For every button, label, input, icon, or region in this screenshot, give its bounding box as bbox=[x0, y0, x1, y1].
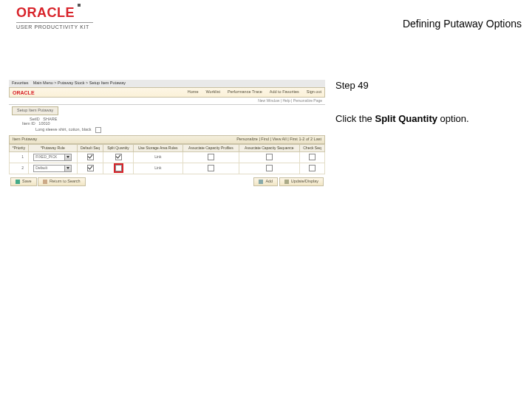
thumb-footer: Save Return to Search Add Update/Display bbox=[9, 177, 325, 186]
thumb-r1-assoc-cap-checkbox[interactable] bbox=[208, 154, 214, 160]
thumb-col-split-qty: Split Quantity bbox=[103, 144, 133, 151]
step-body-prefix: Click the bbox=[335, 113, 375, 124]
thumb-r2-assoc-seq-checkbox[interactable] bbox=[266, 165, 273, 171]
thumb-brand: ORACLE bbox=[13, 90, 35, 95]
thumb-r1-default-seq-checkbox[interactable] bbox=[87, 154, 94, 160]
thumb-col-check-seq: Check Seq bbox=[299, 144, 324, 151]
thumb-col-assoc-cap: Associate Capacity Profiles bbox=[183, 144, 239, 151]
thumb-link-home: Home bbox=[188, 90, 199, 95]
chevron-down-icon bbox=[64, 154, 71, 160]
thumb-update-button[interactable]: Update/Display bbox=[279, 177, 324, 186]
thumb-desc-value: Long sleeve shirt, cotton, black bbox=[35, 127, 92, 132]
thumb-breadcrumb-favorites: Favorites bbox=[12, 81, 29, 86]
thumb-section-label: Item Putaway bbox=[13, 137, 37, 142]
thumb-r1-zone-cell: FIXED_PICK bbox=[28, 151, 77, 163]
thumb-r2-assoc-cap-checkbox[interactable] bbox=[208, 165, 214, 171]
step-body-suffix: option. bbox=[437, 113, 469, 124]
thumb-col-zone: *Putaway Rule bbox=[28, 144, 77, 151]
thumb-col-default-seq: Default Seq bbox=[77, 144, 103, 151]
thumb-desc-lookup-icon bbox=[95, 127, 101, 133]
thumb-link-perf: Performance Trace bbox=[228, 90, 262, 95]
thumb-r1-split-qty-checkbox[interactable] bbox=[115, 154, 122, 160]
thumb-col-storage: Use Storage Area Rules bbox=[133, 144, 183, 151]
thumb-r2-split-qty-checkbox[interactable] bbox=[115, 165, 122, 171]
thumb-col-assoc-seq: Associate Capacity Sequence bbox=[239, 144, 299, 151]
app-screenshot-thumbnail: Favorites Main Menu > Putaway Stock > Se… bbox=[9, 80, 325, 174]
thumb-link-worklist: Worklist bbox=[206, 90, 220, 95]
thumb-r2-zone-value: Default bbox=[34, 166, 64, 170]
thumb-return-label: Return to Search bbox=[50, 180, 81, 184]
thumb-grid: *Priority *Putaway Rule Default Seq Spli… bbox=[9, 144, 325, 174]
thumb-setid-row: SetID SHARE bbox=[30, 117, 325, 122]
thumb-itemid-row: Item ID 10010 bbox=[22, 122, 325, 126]
brand-divider bbox=[16, 22, 93, 23]
thumb-r1-priority: 1 bbox=[10, 151, 29, 163]
thumb-itemid-label: Item ID bbox=[22, 121, 35, 126]
thumb-r2-zone-dropdown[interactable]: Default bbox=[33, 165, 72, 172]
thumb-add-label: Add bbox=[265, 180, 273, 184]
thumb-section-bar: Item Putaway Personalize | Find | View A… bbox=[9, 135, 325, 144]
thumb-save-button[interactable]: Save bbox=[10, 177, 37, 186]
thumb-r2-storage: Link bbox=[133, 163, 183, 174]
brand-subtitle: USER PRODUCTIVITY KIT bbox=[16, 24, 93, 30]
thumb-sub-bar: New Window | Help | Personalize Page bbox=[9, 98, 325, 105]
search-icon bbox=[43, 180, 47, 184]
thumb-desc-row: Long sleeve shirt, cotton, black bbox=[35, 127, 325, 133]
thumb-link-signout: Sign out bbox=[307, 90, 321, 95]
thumb-r2-default-seq-checkbox[interactable] bbox=[87, 165, 94, 171]
thumb-r2-check-seq-checkbox[interactable] bbox=[309, 165, 316, 171]
page-title: Defining Putaway Options bbox=[403, 18, 522, 30]
thumb-r2-priority: 2 bbox=[10, 163, 29, 174]
brand-logo: ORACLE USER PRODUCTIVITY KIT bbox=[16, 6, 93, 30]
thumb-row-2: 2 Default Link bbox=[10, 163, 325, 174]
thumb-setid-value: SHARE bbox=[43, 117, 57, 121]
thumb-r1-assoc-seq-checkbox[interactable] bbox=[266, 154, 273, 160]
thumb-save-label: Save bbox=[22, 180, 32, 184]
page-header: ORACLE USER PRODUCTIVITY KIT Defining Pu… bbox=[0, 0, 532, 41]
thumb-top-bar: ORACLE Home Worklist Performance Trace A… bbox=[9, 87, 325, 98]
brand-wordmark: ORACLE bbox=[16, 6, 75, 19]
thumb-link-fav: Add to Favorites bbox=[270, 90, 299, 95]
plus-icon bbox=[259, 180, 263, 184]
thumb-breadcrumb-path: Main Menu > Putaway Stock > Setup Item P… bbox=[33, 81, 126, 86]
thumb-r1-zone-value: FIXED_PICK bbox=[34, 155, 64, 159]
thumb-r2-zone-cell: Default bbox=[28, 163, 77, 174]
thumb-r1-storage: Link bbox=[133, 151, 183, 163]
thumb-active-tab: Setup Item Putaway bbox=[12, 106, 58, 115]
thumb-section-nav: Personalize | Find | View All | First 1-… bbox=[236, 137, 321, 142]
thumb-col-priority: *Priority bbox=[10, 144, 29, 151]
refresh-icon bbox=[284, 180, 289, 184]
step-label: Step 49 bbox=[335, 80, 520, 91]
step-body-bold: Split Quantity bbox=[375, 113, 437, 124]
thumb-row-1: 1 FIXED_PICK Link bbox=[10, 151, 325, 163]
thumb-add-button[interactable]: Add bbox=[253, 177, 278, 186]
thumb-return-button[interactable]: Return to Search bbox=[38, 177, 86, 186]
step-instruction: Click the Split Quantity option. bbox=[335, 113, 520, 124]
thumb-itemid-value: 10010 bbox=[38, 121, 50, 126]
save-icon bbox=[16, 180, 20, 184]
thumb-r1-check-seq-checkbox[interactable] bbox=[309, 154, 316, 160]
thumb-breadcrumb-strip: Favorites Main Menu > Putaway Stock > Se… bbox=[9, 80, 325, 87]
instruction-panel: Step 49 Click the Split Quantity option. bbox=[335, 80, 520, 124]
thumb-r1-zone-dropdown[interactable]: FIXED_PICK bbox=[33, 154, 72, 161]
thumb-setid-label: SetID bbox=[30, 117, 40, 121]
chevron-down-icon bbox=[64, 166, 71, 171]
thumb-update-label: Update/Display bbox=[291, 180, 318, 184]
